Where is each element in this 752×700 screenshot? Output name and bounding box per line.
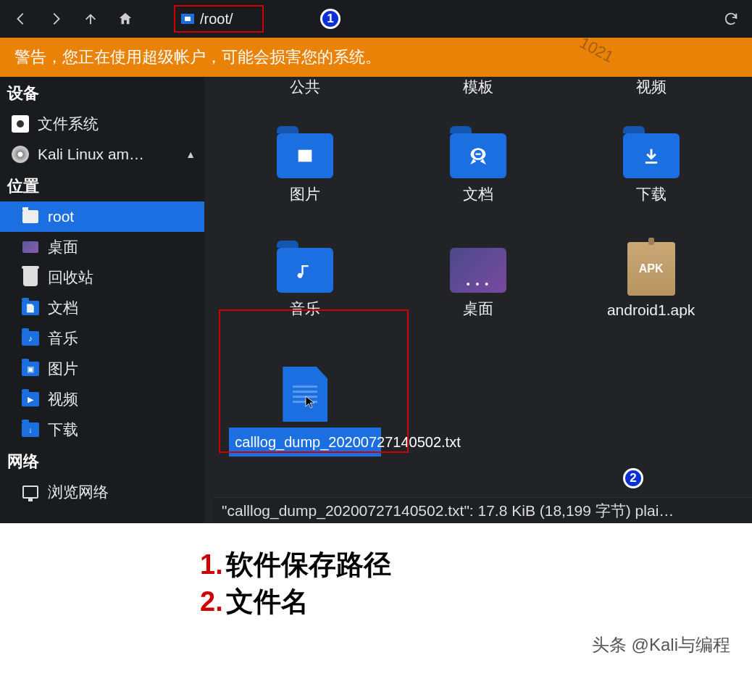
folder-icon: ♪ [22, 330, 39, 347]
sidebar-header-devices: 设备 [0, 77, 204, 109]
sidebar-item-label: 音乐 [48, 328, 196, 349]
sidebar-item-trash[interactable]: 回收站 [0, 262, 204, 293]
home-folder-icon [22, 208, 39, 225]
folder-templates[interactable]: 模板 [392, 77, 565, 99]
folder-desktop[interactable]: 桌面 [392, 213, 565, 328]
folder-pictures-icon [277, 133, 333, 178]
forward-button[interactable] [41, 4, 71, 34]
callout-1: 1 [320, 9, 341, 29]
cd-icon [12, 146, 29, 163]
up-button[interactable] [75, 4, 106, 34]
folder-downloads[interactable]: 下载 [564, 99, 738, 213]
file-apk[interactable]: APK android1.apk [564, 213, 738, 328]
sidebar-item-downloads[interactable]: ↓ 下载 [0, 414, 204, 445]
warning-banner: 警告，您正在使用超级帐户，可能会损害您的系统。 1021 [0, 38, 752, 77]
sidebar-item-browse-network[interactable]: 浏览网络 [0, 477, 204, 507]
eject-icon[interactable]: ▲ [185, 149, 196, 160]
network-icon [22, 483, 39, 501]
annotation-1: 1. 软件保存路径 [200, 546, 752, 583]
file-grid[interactable]: 公共 模板 视频 图片 文档 下载 音乐 [204, 77, 752, 523]
sidebar-item-desktop[interactable]: 桌面 [0, 232, 204, 262]
body: 设备 文件系统 Kali Linux am… ▲ 位置 root 桌面 回收 [0, 77, 752, 523]
sidebar-item-documents[interactable]: 📄 文档 [0, 293, 204, 323]
sidebar-header-places: 位置 [0, 170, 204, 201]
status-bar: "calllog_dump_20200727140502.txt": 17.8 … [213, 497, 752, 523]
file-label: 桌面 [463, 299, 493, 319]
sidebar-header-network: 网络 [0, 445, 204, 477]
disk-icon [12, 115, 29, 133]
folder-public[interactable]: 公共 [219, 77, 392, 99]
file-label: 视频 [636, 77, 667, 97]
path-folder-icon [181, 14, 194, 24]
sidebar-item-label: 下载 [48, 420, 196, 440]
annotation-number: 1. [200, 549, 223, 580]
folder-pictures[interactable]: 图片 [219, 99, 392, 213]
file-manager-window: /root/ 1 警告，您正在使用超级帐户，可能会损害您的系统。 1021 设备… [0, 0, 752, 523]
path-bar[interactable]: /root/ [174, 5, 264, 33]
sidebar-item-label: 视频 [48, 389, 196, 409]
sidebar-item-label: 文件系统 [38, 114, 196, 134]
annotation-text: 软件保存路径 [226, 546, 391, 583]
back-button[interactable] [6, 4, 36, 34]
file-label: 模板 [463, 77, 493, 97]
callout-2: 2 [623, 468, 643, 488]
path-text: /root/ [200, 11, 233, 28]
warning-text: 警告，您正在使用超级帐户，可能会损害您的系统。 [14, 46, 381, 68]
folder-music-icon [277, 248, 333, 293]
sidebar-item-label: 桌面 [48, 237, 196, 257]
annotation-number: 2. [200, 586, 223, 617]
file-label: 图片 [290, 184, 320, 204]
sidebar-item-videos[interactable]: ▶ 视频 [0, 384, 204, 414]
reload-button[interactable] [716, 4, 746, 34]
file-label: 文档 [463, 184, 493, 204]
sidebar-item-label: Kali Linux am… [38, 146, 177, 163]
folder-icon: ↓ [22, 421, 39, 438]
sidebar-item-filesystem[interactable]: 文件系统 [0, 109, 204, 139]
toolbar: /root/ [0, 0, 752, 38]
annotation-text: 文件名 [226, 583, 309, 620]
folder-documents[interactable]: 文档 [392, 99, 565, 213]
sidebar-item-label: 回收站 [48, 267, 196, 288]
sidebar: 设备 文件系统 Kali Linux am… ▲ 位置 root 桌面 回收 [0, 77, 204, 523]
trash-icon [22, 269, 39, 286]
folder-icon: ▶ [22, 391, 39, 408]
file-label: 下载 [636, 184, 667, 204]
sidebar-item-label: root [48, 208, 196, 225]
desktop-icon [22, 238, 39, 256]
sidebar-item-label: 浏览网络 [48, 482, 196, 502]
folder-icon: ▣ [22, 360, 39, 378]
file-label: 公共 [290, 77, 320, 97]
folder-icon: 📄 [22, 299, 39, 317]
callout-2-box [219, 309, 409, 453]
sidebar-item-kali-disc[interactable]: Kali Linux am… ▲ [0, 139, 204, 170]
apk-icon: APK [627, 242, 675, 296]
home-button[interactable] [110, 4, 141, 34]
credit-text: 头条 @Kali与编程 [0, 620, 752, 657]
desktop-folder-icon [450, 248, 506, 293]
annotations: 1. 软件保存路径 2. 文件名 [0, 523, 752, 620]
file-label: android1.apk [607, 301, 695, 319]
folder-downloads-icon [623, 133, 680, 178]
sidebar-item-music[interactable]: ♪ 音乐 [0, 323, 204, 354]
sidebar-item-label: 图片 [48, 359, 196, 379]
sidebar-item-label: 文档 [48, 298, 196, 318]
annotation-2: 2. 文件名 [200, 583, 752, 620]
folder-documents-icon [450, 133, 506, 178]
folder-videos[interactable]: 视频 [564, 77, 738, 99]
sidebar-item-root[interactable]: root [0, 201, 204, 232]
watermark: 1021 [577, 33, 617, 67]
sidebar-item-pictures[interactable]: ▣ 图片 [0, 354, 204, 384]
